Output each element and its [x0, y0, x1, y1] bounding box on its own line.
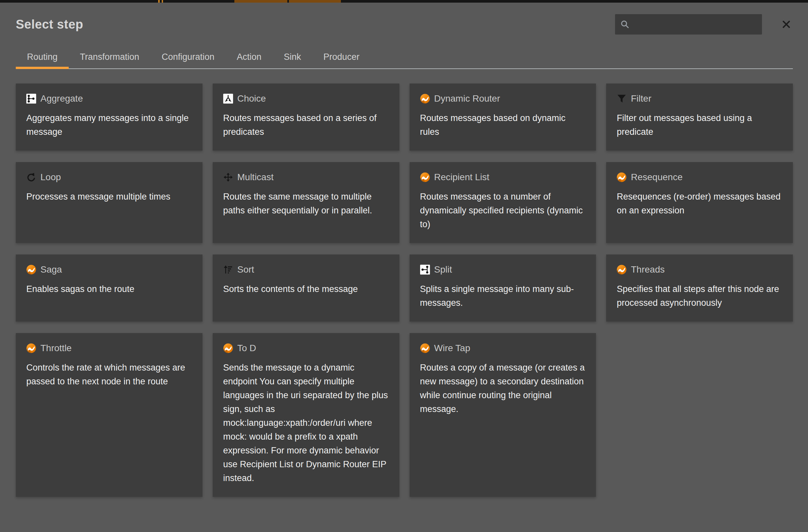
step-description: Specifies that all steps after this node…: [617, 282, 782, 310]
background-strip-segment: [234, 0, 287, 3]
background-strip-tick: [158, 0, 160, 3]
step-card-threads[interactable]: Threads Specifies that all steps after t…: [606, 255, 793, 322]
tab-routing[interactable]: Routing: [16, 47, 69, 68]
background-app-strip: [0, 0, 808, 3]
step-description: Controls the rate at which messages are …: [26, 361, 192, 388]
step-title: Threads: [631, 264, 665, 275]
camel-logo-icon: [420, 172, 430, 182]
card-header: Split: [420, 264, 586, 275]
tab-transformation[interactable]: Transformation: [69, 47, 150, 68]
split-icon: [420, 265, 430, 275]
tab-sink[interactable]: Sink: [273, 47, 312, 68]
tab-action[interactable]: Action: [225, 47, 273, 68]
step-card-loop[interactable]: Loop Processes a message multiple times: [16, 162, 202, 243]
card-header: Wire Tap: [420, 343, 586, 353]
step-card-choice[interactable]: Choice Routes messages based on a series…: [213, 84, 399, 151]
step-card-sort[interactable]: Sort Sorts the contents of the message: [213, 255, 399, 322]
step-description: Resequences (re-order) messages based on…: [617, 190, 782, 217]
step-title: Throttle: [40, 343, 72, 353]
card-header: Threads: [617, 264, 782, 275]
step-title: Split: [434, 264, 452, 275]
step-category-tabs: RoutingTransformationConfigurationAction…: [16, 47, 793, 69]
search-icon: [620, 20, 629, 29]
header-actions: [615, 14, 793, 35]
card-header: Dynamic Router: [420, 93, 586, 104]
step-title: Aggregate: [40, 93, 83, 104]
camel-logo-icon: [26, 265, 36, 275]
step-description: Routes messages to a number of dynamical…: [420, 190, 586, 231]
step-description: Filter out messages based using a predic…: [617, 111, 782, 139]
camel-logo-icon: [420, 343, 430, 353]
step-description: Aggregates many messages into a single m…: [26, 111, 192, 139]
tab-configuration[interactable]: Configuration: [150, 47, 226, 68]
camel-logo-icon: [617, 265, 627, 275]
step-title: Loop: [40, 172, 61, 183]
step-title: Resequence: [631, 172, 682, 183]
card-header: Resequence: [617, 172, 782, 183]
loop-icon: [26, 172, 36, 182]
choice-icon: [223, 94, 233, 104]
camel-logo-icon: [223, 343, 233, 353]
camel-logo-icon: [420, 94, 430, 104]
step-title: Dynamic Router: [434, 93, 500, 104]
select-step-modal: Select step Rou: [0, 3, 808, 532]
step-card-throttle[interactable]: Throttle Controls the rate at which mess…: [16, 333, 202, 497]
step-title: Wire Tap: [434, 343, 471, 353]
step-description: Routes a copy of a message (or creates a…: [420, 361, 586, 416]
close-icon: [782, 20, 791, 29]
card-header: Sort: [223, 264, 389, 275]
step-title: Sort: [237, 264, 254, 275]
step-description: Routes the same message to multiple path…: [223, 190, 389, 217]
step-title: Saga: [40, 264, 62, 275]
step-card-saga[interactable]: Saga Enables sagas on the route: [16, 255, 202, 322]
card-header: Aggregate: [26, 93, 192, 104]
background-strip-tick: [162, 0, 163, 3]
step-card-dynamic-router[interactable]: Dynamic Router Routes messages based on …: [409, 84, 596, 151]
modal-header: Select step: [16, 14, 793, 35]
step-title: Filter: [631, 93, 651, 104]
step-card-split[interactable]: Split Splits a single message into many …: [409, 255, 596, 322]
step-card-recipient-list[interactable]: Recipient List Routes messages to a numb…: [409, 162, 596, 243]
step-card-wire-tap[interactable]: Wire Tap Routes a copy of a message (or …: [409, 333, 596, 497]
camel-logo-icon: [26, 343, 36, 353]
search-box: [615, 14, 762, 35]
step-description: Sends the message to a dynamic endpoint …: [223, 361, 389, 485]
step-title: To D: [237, 343, 256, 353]
step-card-aggregate[interactable]: Aggregate Aggregates many messages into …: [16, 84, 202, 151]
step-title: Recipient List: [434, 172, 490, 183]
step-card-filter[interactable]: Filter Filter out messages based using a…: [606, 84, 793, 151]
card-header: Filter: [617, 93, 782, 104]
multicast-icon: [223, 172, 233, 182]
card-header: Choice: [223, 93, 389, 104]
step-card-to-d[interactable]: To D Sends the message to a dynamic endp…: [213, 333, 399, 497]
sort-icon: [223, 265, 233, 275]
card-header: Loop: [26, 172, 192, 183]
aggregate-icon: [26, 94, 36, 104]
card-header: Throttle: [26, 343, 192, 353]
step-description: Splits a single message into many sub-me…: [420, 282, 586, 310]
filter-icon: [617, 94, 627, 104]
step-description: Sorts the contents of the message: [223, 282, 389, 296]
step-card-resequence[interactable]: Resequence Resequences (re-order) messag…: [606, 162, 793, 243]
camel-logo-icon: [617, 172, 627, 182]
close-button[interactable]: [780, 18, 793, 31]
card-header: To D: [223, 343, 389, 353]
card-header: Saga: [26, 264, 192, 275]
step-title: Choice: [237, 93, 266, 104]
step-description: Enables sagas on the route: [26, 282, 192, 296]
step-description: Processes a message multiple times: [26, 190, 192, 203]
step-description: Routes messages based on dynamic rules: [420, 111, 586, 139]
step-description: Routes messages based on a series of pre…: [223, 111, 389, 139]
search-input[interactable]: [615, 14, 762, 35]
step-cards-grid: Aggregate Aggregates many messages into …: [16, 84, 793, 497]
card-header: Multicast: [223, 172, 389, 183]
step-card-multicast[interactable]: Multicast Routes the same message to mul…: [213, 162, 399, 243]
background-strip-segment: [289, 0, 341, 3]
step-title: Multicast: [237, 172, 274, 183]
card-header: Recipient List: [420, 172, 586, 183]
tab-producer[interactable]: Producer: [312, 47, 371, 68]
page-title: Select step: [16, 17, 83, 32]
